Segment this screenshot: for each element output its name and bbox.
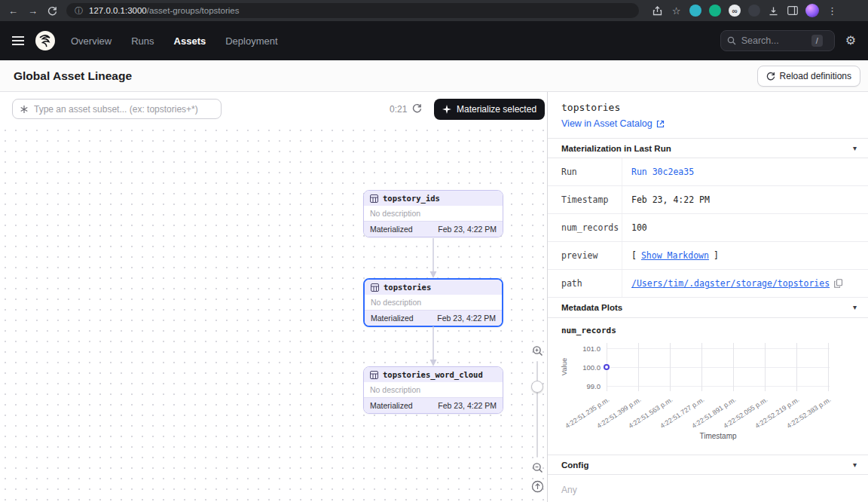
asset-status-row: Materialized Feb 23, 4:22 PM	[364, 221, 503, 237]
nav-item-assets[interactable]: Assets	[174, 35, 206, 47]
site-info-icon[interactable]: ⓘ	[75, 5, 83, 17]
dagster-logo[interactable]	[35, 30, 56, 51]
path-link[interactable]: /Users/tim/.dagster/storage/topstories	[631, 278, 830, 289]
browser-chrome: ← → ⓘ 127.0.0.1:3000/asset-groups/topsto…	[0, 0, 868, 21]
metadata-table: Run Run 30c2ea35 Timestamp Feb 23, 4:22 …	[548, 158, 868, 298]
sidebar-icon[interactable]	[787, 6, 798, 15]
search-icon	[727, 36, 736, 45]
asset-name: topstories	[384, 283, 431, 292]
asset-details-title: topstories	[561, 102, 856, 113]
asset-status-row: Materialized Feb 23, 4:22 PM	[365, 310, 502, 326]
metadata-value: Feb 23, 4:22 PM	[631, 194, 710, 205]
app-nav: Overview Runs Assets Deployment / ⚙	[0, 21, 868, 60]
section-label: Metadata Plots	[561, 303, 622, 312]
materialize-selected-label: Materialize selected	[457, 104, 536, 115]
data-point	[604, 364, 610, 370]
metadata-key: path	[548, 270, 622, 297]
table-row-timestamp: Timestamp Feb 23, 4:22 PM	[548, 186, 868, 214]
num-records-chart: Value 101.0 100.0 99.0 4:22:51.235 p.m. …	[561, 341, 856, 451]
asset-node-header: topstory_ids	[364, 191, 503, 206]
x-axis-label: Timestamp	[607, 432, 830, 440]
page-header: Global Asset Lineage Reload definitions	[0, 60, 868, 92]
table-icon	[370, 194, 378, 203]
bracket-open: [	[631, 250, 637, 261]
plot-title: num_records	[548, 318, 868, 340]
zoom-slider[interactable]	[530, 361, 545, 458]
asset-name: topstories_word_cloud	[383, 370, 483, 379]
asset-subset-filter[interactable]	[12, 99, 222, 119]
bookmark-star-icon[interactable]: ☆	[671, 6, 682, 16]
download-icon[interactable]	[768, 6, 779, 16]
profile-avatar[interactable]	[805, 4, 819, 17]
extension-icon-infinity[interactable]: ∞	[729, 5, 741, 17]
reload-definitions-label: Reload definitions	[780, 71, 851, 81]
section-label: Config	[561, 461, 588, 470]
x-tick: 4:22:51.235 p.m.	[556, 396, 611, 435]
browser-menu-icon[interactable]: ⋮	[827, 6, 838, 16]
back-icon[interactable]: ←	[8, 6, 19, 16]
table-row-path: path /Users/tim/.dagster/storage/topstor…	[548, 270, 868, 298]
extension-icon-dark[interactable]	[748, 5, 760, 17]
zoom-out-icon[interactable]	[532, 462, 543, 473]
copy-icon[interactable]	[834, 279, 842, 288]
nav-item-overview[interactable]: Overview	[71, 35, 112, 47]
recenter-icon[interactable]	[531, 480, 544, 493]
metadata-key: Run	[548, 158, 622, 185]
refresh-timer: 0:21	[390, 104, 407, 115]
y-tick: 99.0	[569, 382, 601, 390]
menu-icon[interactable]	[12, 36, 24, 45]
graph-refresh-icon[interactable]	[412, 103, 422, 116]
asset-timestamp: Feb 23, 4:22 PM	[438, 225, 497, 234]
materialize-selected-button[interactable]: Materialize selected	[434, 99, 545, 120]
url-bar[interactable]: ⓘ 127.0.0.1:3000/asset-groups/topstories	[66, 3, 639, 18]
asset-details-panel: topstories View in Asset Catalog Materia…	[547, 92, 868, 502]
asset-description: No description	[364, 382, 503, 397]
browser-reload-icon[interactable]	[47, 6, 58, 16]
table-icon	[371, 283, 379, 292]
run-link[interactable]: Run 30c2ea35	[631, 167, 694, 177]
section-label: Materialization in Last Run	[561, 144, 671, 153]
asset-subset-input[interactable]	[34, 104, 214, 115]
chevron-down-icon: ▾	[853, 145, 857, 152]
zoom-in-icon[interactable]	[532, 345, 543, 357]
url-path: /asset-groups/topstories	[147, 6, 240, 15]
lineage-edge	[429, 238, 438, 279]
asset-node-topstory-ids[interactable]: topstory_ids No description Materialized…	[363, 190, 503, 237]
global-search[interactable]: /	[720, 30, 835, 51]
asset-status: Materialized	[370, 225, 413, 234]
asset-description: No description	[364, 206, 503, 221]
section-header-metadata-plots[interactable]: Metadata Plots ▾	[548, 298, 868, 318]
show-markdown-link[interactable]: Show Markdown	[641, 250, 709, 261]
zoom-slider-track[interactable]	[536, 361, 538, 458]
reload-definitions-button[interactable]: Reload definitions	[757, 66, 860, 87]
screen: ← → ⓘ 127.0.0.1:3000/asset-groups/topsto…	[0, 0, 868, 502]
view-in-asset-catalog-link[interactable]: View in Asset Catalog	[561, 118, 653, 129]
zoom-slider-handle[interactable]	[531, 381, 543, 393]
search-input[interactable]	[741, 35, 806, 46]
browser-actions: ☆ ∞ ⋮	[652, 4, 838, 17]
chevron-down-icon: ▾	[853, 304, 857, 311]
section-header-config[interactable]: Config ▾	[548, 455, 868, 475]
table-row-run: Run Run 30c2ea35	[548, 158, 868, 186]
nav-item-runs[interactable]: Runs	[131, 35, 154, 47]
url-text: 127.0.0.1:3000/asset-groups/topstories	[89, 6, 239, 15]
asset-name: topstory_ids	[383, 194, 440, 203]
y-tick: 101.0	[569, 344, 601, 353]
asset-description: No description	[365, 295, 502, 310]
metadata-value: 100	[631, 222, 647, 233]
asset-node-topstories-word-cloud[interactable]: topstories_word_cloud No description Mat…	[363, 366, 503, 414]
extension-icon-green[interactable]	[709, 5, 721, 17]
forward-icon[interactable]: →	[27, 6, 38, 16]
asset-timestamp: Feb 23, 4:22 PM	[438, 401, 497, 410]
asset-node-header: topstories_word_cloud	[364, 367, 503, 382]
chevron-down-icon: ▾	[853, 461, 857, 469]
share-icon[interactable]	[652, 6, 663, 16]
bracket-close: ]	[714, 250, 719, 261]
gear-icon[interactable]: ⚙	[845, 35, 856, 47]
section-header-materialization[interactable]: Materialization in Last Run ▾	[548, 138, 868, 158]
extension-icon-teal[interactable]	[689, 5, 701, 17]
y-tick: 100.0	[569, 363, 601, 372]
nav-item-deployment[interactable]: Deployment	[225, 35, 277, 47]
search-shortcut-badge: /	[811, 35, 823, 47]
asset-node-topstories[interactable]: topstories No description Materialized F…	[363, 278, 503, 327]
